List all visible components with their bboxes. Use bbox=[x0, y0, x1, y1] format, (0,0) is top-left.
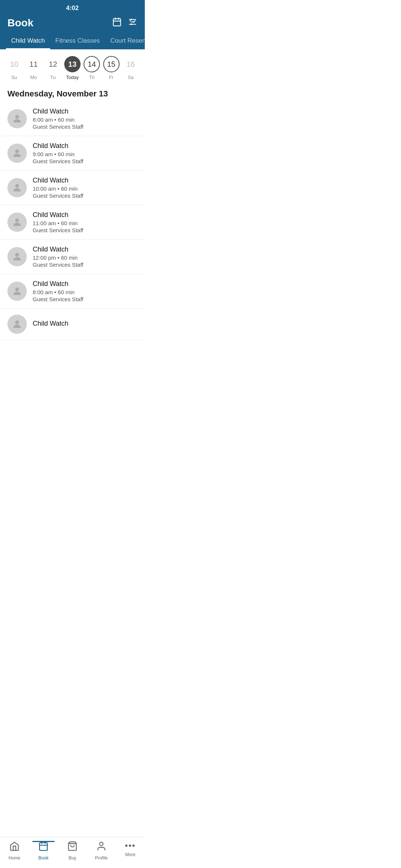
calendar-day-label-16: Sa bbox=[128, 75, 134, 80]
class-list: Child Watch 8:00 am • 60 min Guest Servi… bbox=[0, 102, 145, 340]
calendar-day-label-15: Fr bbox=[109, 75, 113, 80]
class-name-2: Child Watch bbox=[33, 177, 137, 184]
class-instructor-5: Guest Services Staff bbox=[33, 296, 137, 302]
class-item-2[interactable]: Child Watch 10:00 am • 60 min Guest Serv… bbox=[0, 171, 145, 205]
calendar-day-10[interactable]: 10 Su bbox=[6, 56, 22, 80]
calendar-day-11[interactable]: 11 Mo bbox=[25, 56, 42, 80]
class-time-4: 12:00 pm • 60 min bbox=[33, 254, 137, 261]
header: Book bbox=[0, 14, 145, 33]
class-instructor-2: Guest Services Staff bbox=[33, 193, 137, 199]
svg-point-18 bbox=[15, 320, 19, 324]
calendar-day-label-12: Tu bbox=[50, 75, 56, 80]
class-item-6[interactable]: Child Watch bbox=[0, 309, 145, 340]
class-name-1: Child Watch bbox=[33, 142, 137, 150]
calendar-day-13[interactable]: 13 Today bbox=[64, 56, 81, 80]
avatar-6 bbox=[7, 315, 27, 334]
class-name-0: Child Watch bbox=[33, 108, 137, 115]
class-time-3: 11:00 am • 60 min bbox=[33, 220, 137, 226]
svg-rect-0 bbox=[113, 19, 121, 26]
class-time-5: 8:00 am • 60 min bbox=[33, 289, 137, 295]
avatar-0 bbox=[7, 109, 27, 128]
class-info-1: Child Watch 9:00 am • 60 min Guest Servi… bbox=[33, 142, 137, 164]
page-title: Book bbox=[7, 17, 33, 29]
calendar-day-num-10: 10 bbox=[6, 56, 22, 72]
class-time-2: 10:00 am • 60 min bbox=[33, 185, 137, 192]
class-instructor-0: Guest Services Staff bbox=[33, 124, 137, 130]
calendar-day-label-13: Today bbox=[66, 75, 79, 80]
class-item-3[interactable]: Child Watch 11:00 am • 60 min Guest Serv… bbox=[0, 205, 145, 240]
avatar-2 bbox=[7, 178, 27, 197]
tab-child-watch[interactable]: Child Watch bbox=[6, 33, 50, 49]
filter-icon[interactable] bbox=[128, 17, 137, 29]
calendar-day-num-13: 13 bbox=[64, 56, 81, 72]
date-heading: Wednesday, November 13 bbox=[0, 83, 145, 102]
class-item-0[interactable]: Child Watch 8:00 am • 60 min Guest Servi… bbox=[0, 102, 145, 136]
svg-point-9 bbox=[131, 19, 132, 20]
tab-fitness-classes[interactable]: Fitness Classes bbox=[50, 33, 105, 49]
class-item-4[interactable]: Child Watch 12:00 pm • 60 min Guest Serv… bbox=[0, 240, 145, 274]
avatar-5 bbox=[7, 282, 27, 301]
calendar-day-num-15: 15 bbox=[103, 56, 120, 72]
svg-point-14 bbox=[15, 184, 19, 188]
class-item-5[interactable]: Child Watch 8:00 am • 60 min Guest Servi… bbox=[0, 274, 145, 309]
class-name-4: Child Watch bbox=[33, 246, 137, 253]
calendar-day-16[interactable]: 16 Sa bbox=[123, 56, 139, 80]
class-name-3: Child Watch bbox=[33, 211, 137, 219]
avatar-3 bbox=[7, 213, 27, 232]
svg-point-15 bbox=[15, 218, 19, 222]
class-info-3: Child Watch 11:00 am • 60 min Guest Serv… bbox=[33, 211, 137, 233]
calendar-day-num-12: 12 bbox=[45, 56, 61, 72]
class-time-1: 9:00 am • 60 min bbox=[33, 151, 137, 157]
class-info-6: Child Watch bbox=[33, 320, 137, 329]
calendar-day-label-10: Su bbox=[11, 75, 17, 80]
class-info-2: Child Watch 10:00 am • 60 min Guest Serv… bbox=[33, 177, 137, 199]
svg-point-16 bbox=[15, 253, 19, 257]
calendar-day-num-11: 11 bbox=[25, 56, 42, 72]
class-info-4: Child Watch 12:00 pm • 60 min Guest Serv… bbox=[33, 246, 137, 268]
svg-point-13 bbox=[15, 149, 19, 153]
calendar-day-14[interactable]: 14 Th bbox=[84, 56, 100, 80]
class-info-0: Child Watch 8:00 am • 60 min Guest Servi… bbox=[33, 108, 137, 130]
calendar-day-num-14: 14 bbox=[84, 56, 100, 72]
avatar-1 bbox=[7, 144, 27, 163]
svg-point-11 bbox=[131, 23, 132, 25]
tab-court-reservations[interactable]: Court Reservat… bbox=[105, 33, 145, 49]
class-instructor-1: Guest Services Staff bbox=[33, 158, 137, 164]
header-actions bbox=[112, 17, 137, 29]
svg-point-12 bbox=[15, 115, 19, 119]
class-item-1[interactable]: Child Watch 9:00 am • 60 min Guest Servi… bbox=[0, 136, 145, 171]
status-time: 4:02 bbox=[66, 4, 79, 11]
class-name-6: Child Watch bbox=[33, 320, 137, 328]
status-bar: 4:02 bbox=[0, 0, 145, 14]
class-name-5: Child Watch bbox=[33, 280, 137, 288]
class-instructor-3: Guest Services Staff bbox=[33, 227, 137, 233]
svg-point-10 bbox=[133, 21, 134, 23]
class-time-0: 8:00 am • 60 min bbox=[33, 116, 137, 123]
calendar-strip: 10 Su 11 Mo 12 Tu 13 Today 14 Th 15 Fr 1… bbox=[0, 49, 145, 83]
calendar-day-num-16: 16 bbox=[123, 56, 139, 72]
tab-bar: Child Watch Fitness Classes Court Reserv… bbox=[0, 33, 145, 49]
calendar-day-label-14: Th bbox=[89, 75, 95, 80]
calendar-day-12[interactable]: 12 Tu bbox=[45, 56, 61, 80]
calendar-icon[interactable] bbox=[112, 17, 122, 29]
calendar-day-15[interactable]: 15 Fr bbox=[103, 56, 120, 80]
class-info-5: Child Watch 8:00 am • 60 min Guest Servi… bbox=[33, 280, 137, 302]
svg-point-17 bbox=[15, 287, 19, 291]
avatar-4 bbox=[7, 247, 27, 266]
class-instructor-4: Guest Services Staff bbox=[33, 262, 137, 268]
calendar-day-label-11: Mo bbox=[30, 75, 37, 80]
